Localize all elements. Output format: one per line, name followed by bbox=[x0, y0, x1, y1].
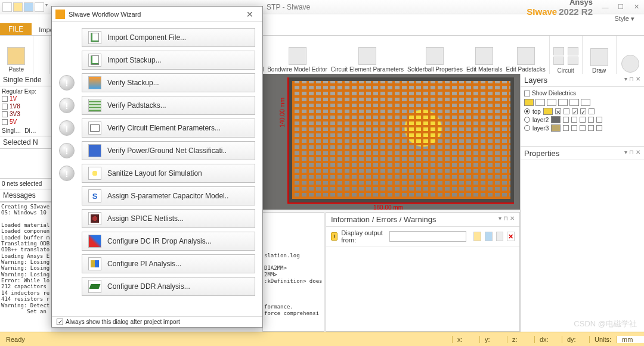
qat-extra-icon[interactable] bbox=[35, 2, 44, 12]
copy-icon[interactable] bbox=[496, 232, 504, 241]
wizard-button-icon bbox=[88, 144, 101, 157]
wizard-button-icon bbox=[88, 257, 101, 270]
selected-nets-title: Selected N bbox=[0, 136, 51, 149]
pcb-board[interactable] bbox=[287, 77, 514, 204]
single-ended-title: Single Ende bbox=[0, 74, 51, 86]
layers-title: Layers bbox=[524, 76, 547, 85]
watermark: CSDN @电磁学社 bbox=[574, 319, 637, 329]
bondwire-button[interactable]: Bondwire Model Editor bbox=[267, 47, 327, 73]
style-dropdown[interactable]: Style ▾ bbox=[614, 15, 638, 23]
capacitor-icon[interactable] bbox=[568, 47, 578, 55]
wizard-button-2[interactable]: Verify Stackup... bbox=[82, 73, 255, 92]
dialog-app-icon bbox=[55, 10, 65, 19]
qat-open-icon[interactable] bbox=[13, 2, 23, 12]
regex-label: Regular Exp: bbox=[2, 88, 36, 95]
wizard-button-0[interactable]: Import Component File... bbox=[82, 28, 255, 47]
wizard-button-5[interactable]: Verify Power/Ground Net Classificati.. bbox=[82, 141, 255, 160]
wizard-button-icon bbox=[88, 121, 101, 135]
net-5v[interactable]: 5V bbox=[10, 119, 17, 125]
wizard-button-8[interactable]: Assign SPICE Netlists... bbox=[82, 209, 255, 228]
qat-dropdown-icon[interactable]: ▾ bbox=[45, 2, 48, 12]
edit-padstacks-button[interactable]: Edit Padstacks bbox=[506, 47, 545, 73]
dialog-close-button[interactable]: ✕ bbox=[241, 10, 259, 19]
net-3v3[interactable]: 3V3 bbox=[10, 111, 20, 117]
wizard-button-6[interactable]: Sanitize Layout for Simulation bbox=[82, 164, 255, 183]
resistor-icon[interactable] bbox=[553, 47, 564, 55]
wizard-button-4[interactable]: Verify Circuit Element Parameters... bbox=[82, 119, 255, 138]
net-checkbox-5v[interactable] bbox=[2, 119, 8, 125]
warning-icon: ! bbox=[331, 232, 338, 241]
wizard-button-10[interactable]: Configure PI Analysis... bbox=[82, 254, 255, 273]
dialog-footer: ✓ Always show this dialog after project … bbox=[52, 316, 262, 327]
save-disk-icon[interactable] bbox=[485, 232, 493, 241]
layer-radio-2[interactable] bbox=[524, 117, 530, 123]
info-panel: Information / Errors / Warnings ▾ ⊓ ✕ ! … bbox=[326, 212, 520, 332]
wizard-button-label: Import Component File... bbox=[107, 33, 186, 42]
left-sidebar: Single Ende Regular Exp: 1V 1V8 3V3 5V S… bbox=[0, 74, 51, 332]
wizard-button-label: Configure DDR Analysis... bbox=[107, 282, 190, 291]
qat-new-icon[interactable] bbox=[2, 2, 12, 12]
wizard-status-icon: ! bbox=[59, 143, 75, 158]
show-dielectrics-checkbox[interactable] bbox=[524, 91, 530, 96]
wizard-step-9: Configure DC IR Drop Analysis... bbox=[59, 232, 255, 251]
wizard-button-icon: S bbox=[88, 189, 101, 202]
wizard-button-label: Verify Stackup... bbox=[107, 79, 159, 87]
display-output-dropdown[interactable] bbox=[389, 231, 467, 242]
net-checkbox-1v[interactable] bbox=[2, 96, 8, 102]
status-ready: Ready bbox=[0, 336, 31, 343]
workflow-wizard-dialog: SIwave Workflow Wizard ✕ Import Componen… bbox=[51, 6, 263, 328]
layer-radio-top[interactable] bbox=[524, 108, 530, 114]
layer-row-top[interactable]: top✕✓✓ bbox=[524, 108, 640, 115]
open-folder-icon[interactable] bbox=[473, 232, 481, 241]
wizard-button-label: Verify Circuit Element Parameters... bbox=[107, 124, 221, 132]
props-pin-icon[interactable]: ▾ ⊓ ✕ bbox=[624, 149, 640, 158]
wizard-button-3[interactable]: Verify Padstacks... bbox=[82, 96, 255, 115]
wizard-button-11[interactable]: Configure DDR Analysis... bbox=[82, 277, 255, 296]
tab-file[interactable]: FILE bbox=[0, 23, 32, 35]
wizard-button-7[interactable]: SAssign S-parameter Capacitor Model.. bbox=[82, 186, 255, 205]
maximize-button[interactable]: ☐ bbox=[613, 3, 628, 11]
always-show-label: Always show this dialog after project im… bbox=[66, 319, 180, 325]
close-button[interactable]: ✕ bbox=[628, 3, 644, 11]
wizard-button-9[interactable]: Configure DC IR Drop Analysis... bbox=[82, 232, 255, 251]
pin-icon[interactable]: ▾ ⊓ ✕ bbox=[499, 215, 515, 224]
wizard-button-icon bbox=[88, 76, 101, 89]
wizard-status-icon: ! bbox=[59, 166, 75, 181]
wizard-button-label: Assign S-parameter Capacitor Model.. bbox=[107, 192, 228, 200]
clear-icon[interactable]: ✕ bbox=[507, 232, 515, 241]
units-value[interactable]: mm bbox=[617, 336, 644, 343]
dialog-titlebar[interactable]: SIwave Workflow Wizard ✕ bbox=[52, 7, 262, 22]
coord-dy: dy: bbox=[562, 336, 589, 343]
layer-row-2[interactable]: layer2 bbox=[524, 116, 640, 123]
edit-materials-button[interactable]: Edit Materials bbox=[466, 47, 503, 73]
net-checkbox-3v3[interactable] bbox=[2, 111, 8, 117]
draw-geometry-icon bbox=[590, 48, 608, 66]
solderball-button[interactable]: Solderball Properties bbox=[407, 47, 463, 73]
tab-diff[interactable]: Di… bbox=[24, 127, 36, 134]
dialog-body: Import Component File...Import Stackup..… bbox=[52, 22, 262, 316]
inductor-icon[interactable] bbox=[553, 57, 564, 65]
wizard-button-1[interactable]: Import Stackup... bbox=[82, 51, 255, 70]
always-show-checkbox[interactable]: ✓ bbox=[57, 319, 63, 325]
wizard-button-label: Verify Power/Ground Net Classificati.. bbox=[107, 146, 227, 155]
paste-button[interactable]: Paste bbox=[7, 47, 25, 73]
tab-single[interactable]: Singl… bbox=[2, 127, 21, 134]
layer-radio-3[interactable] bbox=[524, 125, 530, 131]
wizard-step-5: !Verify Power/Ground Net Classificati.. bbox=[59, 141, 255, 160]
layers-pin-icon[interactable]: ▾ ⊓ ✕ bbox=[624, 76, 640, 85]
pcb-artwork bbox=[292, 81, 510, 199]
minimize-button[interactable]: — bbox=[597, 4, 613, 11]
net-1v[interactable]: 1V bbox=[10, 95, 17, 102]
materials-icon bbox=[475, 47, 493, 65]
show-dielectrics-label: Show Dielectrics bbox=[532, 90, 576, 96]
circuit-element-params-button[interactable]: Circuit Element Parameters bbox=[331, 47, 404, 73]
wizard-step-1: Import Stackup... bbox=[59, 51, 255, 70]
net-1v8[interactable]: 1V8 bbox=[10, 103, 20, 110]
wizard-button-label: Import Stackup... bbox=[107, 56, 162, 64]
coord-z: z: bbox=[507, 336, 534, 343]
net-checkbox-1v8[interactable] bbox=[2, 104, 8, 110]
properties-panel: Properties▾ ⊓ ✕ bbox=[520, 146, 644, 332]
qat-save-icon[interactable] bbox=[24, 2, 33, 12]
layer-row-3[interactable]: layer3 bbox=[524, 124, 640, 132]
source-icon[interactable] bbox=[568, 57, 578, 65]
